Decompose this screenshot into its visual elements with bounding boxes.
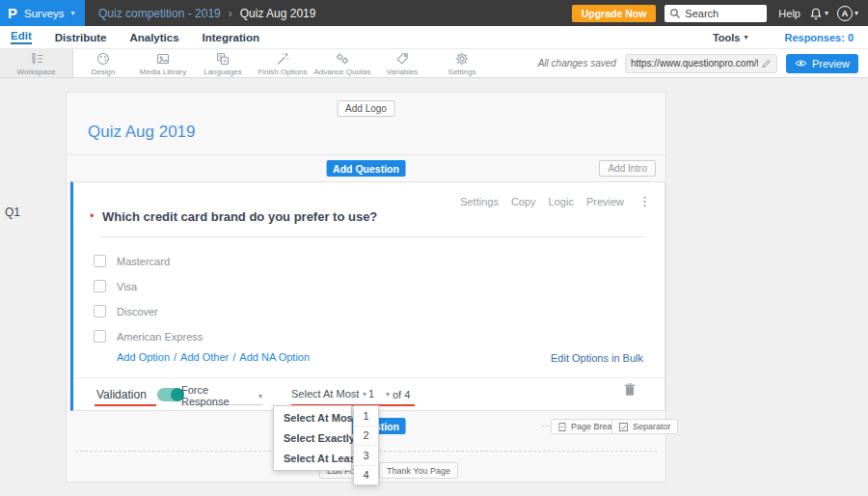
- question-logic-link[interactable]: Logic: [549, 196, 574, 207]
- add-na-option-link[interactable]: Add NA Option: [239, 351, 310, 363]
- dropdown-item-1[interactable]: 1: [354, 406, 378, 427]
- toolbar-item-media-library[interactable]: Media Library: [133, 49, 193, 77]
- help-link[interactable]: Help: [778, 8, 800, 19]
- validation-count-dropdown: 1 2 3 4: [353, 405, 379, 485]
- tab-integration[interactable]: Integration: [203, 32, 259, 43]
- add-other-link[interactable]: Add Other: [180, 351, 229, 363]
- avatar: A: [837, 6, 853, 21]
- dropdown-item-4[interactable]: 4: [354, 466, 378, 485]
- option-label[interactable]: American Express: [117, 331, 203, 343]
- answer-option-row: Mastercard: [94, 255, 170, 267]
- validation-rule-value: Select At Most: [291, 388, 359, 400]
- toolbar-item-finish-options[interactable]: Finish Options: [253, 49, 312, 77]
- option-checkbox[interactable]: [94, 330, 106, 343]
- tab-edit[interactable]: Edit: [11, 30, 32, 44]
- dropdown-item-select-at-least[interactable]: Select At Least: [274, 453, 351, 464]
- toolbar-item-label: Finish Options: [258, 68, 307, 76]
- dropdown-item-select-at-most[interactable]: Select At Most: [274, 412, 351, 424]
- divider: [67, 154, 665, 155]
- chevron-down-icon: ▾: [854, 9, 858, 17]
- toolbar-item-design[interactable]: Design: [73, 49, 133, 77]
- preview-label: Preview: [812, 58, 850, 69]
- toolbar-item-label: Languages: [203, 68, 242, 76]
- toolbar-item-advance-quotas[interactable]: Advance Quotas: [312, 49, 372, 77]
- image-icon: [155, 51, 171, 67]
- force-response-select[interactable]: Force Response ▾: [181, 387, 262, 405]
- questionpro-app: P Surveys ▾ Quiz competition - 2019 › Qu…: [0, 0, 868, 496]
- workspace-icon: [29, 51, 44, 67]
- more-options-icon[interactable]: ⋮: [638, 194, 651, 208]
- chevron-down-icon: ▾: [258, 392, 262, 400]
- option-label[interactable]: Visa: [117, 281, 137, 292]
- add-option-link[interactable]: Add Option: [117, 351, 170, 363]
- chevron-down-icon: ▾: [825, 9, 828, 17]
- questionpro-logo: P: [8, 6, 17, 20]
- link-separator: /: [174, 351, 176, 363]
- toolbar-item-label: Advance Quotas: [313, 68, 370, 76]
- question-copy-link[interactable]: Copy: [511, 196, 536, 207]
- divider: [73, 377, 665, 378]
- tab-analytics[interactable]: Analytics: [129, 32, 178, 43]
- topbar-right: Upgrade Now Help ▾ A ▾: [572, 5, 868, 22]
- breadcrumb-parent[interactable]: Quiz competition - 2019: [98, 7, 221, 20]
- toolbar-item-settings[interactable]: Settings: [432, 49, 492, 77]
- navrow-right: Tools▾ Responses: 0: [713, 32, 857, 43]
- search-input[interactable]: [685, 8, 762, 19]
- tools-label: Tools: [713, 32, 741, 43]
- brand-block[interactable]: P Surveys ▾: [0, 0, 85, 26]
- breadcrumb-current: Quiz Aug 2019: [240, 7, 316, 20]
- thank-you-page-button[interactable]: Thank You Page: [379, 462, 458, 479]
- languages-icon: A: [215, 51, 231, 67]
- account-menu[interactable]: A ▾: [837, 6, 858, 21]
- question-preview-link[interactable]: Preview: [586, 196, 624, 207]
- add-logo-button[interactable]: Add Logo: [337, 100, 395, 117]
- toolbar-item-label: Design: [92, 68, 116, 76]
- responses-count[interactable]: Responses: 0: [784, 32, 854, 43]
- add-intro-button[interactable]: Add Intro: [599, 160, 656, 177]
- notifications[interactable]: ▾: [809, 7, 828, 20]
- magic-wand-icon: [275, 51, 290, 67]
- toolbar-item-label: Media Library: [140, 68, 186, 76]
- eye-icon: [795, 57, 807, 69]
- separator-button[interactable]: Separator: [611, 419, 678, 434]
- add-question-button-top[interactable]: Add Question: [326, 160, 406, 177]
- survey-url-box[interactable]: [625, 54, 777, 73]
- dropdown-item-select-exactly[interactable]: Select Exactly: [274, 432, 351, 444]
- answer-option-row: Discover: [94, 305, 158, 317]
- dropdown-item-3[interactable]: 3: [354, 446, 378, 466]
- validation-toggle[interactable]: [157, 388, 183, 401]
- tab-distribute[interactable]: Distribute: [55, 32, 107, 43]
- search-icon: [669, 8, 681, 19]
- separator-icon: [618, 422, 629, 432]
- question-settings-link[interactable]: Settings: [460, 196, 499, 207]
- preview-button[interactable]: Preview: [786, 54, 858, 73]
- validation-rule-select[interactable]: Select At Most ▾: [291, 388, 366, 400]
- edit-options-in-bulk-link[interactable]: Edit Options in Bulk: [551, 352, 643, 364]
- chevron-down-icon: ▾: [71, 9, 75, 17]
- validation-count-select[interactable]: 1 ▾: [368, 388, 390, 400]
- toolbar-item-workspace[interactable]: Workspace: [0, 49, 73, 77]
- delete-question-button[interactable]: [623, 382, 637, 400]
- survey-url-input[interactable]: [631, 58, 758, 69]
- add-option-links: Add Option / Add Other / Add NA Option: [117, 351, 310, 363]
- question-text[interactable]: Which credit card brand do you prefer to…: [102, 209, 377, 224]
- divider: [100, 236, 645, 237]
- chevron-down-icon: ▾: [363, 390, 366, 399]
- validation-count-value: 1: [368, 388, 374, 400]
- dropdown-item-2[interactable]: 2: [354, 427, 378, 447]
- option-label[interactable]: Discover: [117, 306, 158, 317]
- pencil-icon[interactable]: [761, 58, 772, 69]
- search-box[interactable]: [665, 5, 767, 22]
- toolbar-item-languages[interactable]: A Languages: [193, 49, 253, 77]
- option-checkbox[interactable]: [94, 305, 106, 317]
- product-menu[interactable]: Surveys: [24, 8, 65, 19]
- question-id: Q1: [5, 206, 20, 219]
- toolbar-item-variables[interactable]: Variables: [372, 49, 432, 77]
- option-checkbox[interactable]: [94, 280, 106, 292]
- tools-menu[interactable]: Tools▾: [713, 32, 748, 43]
- option-checkbox[interactable]: [94, 255, 106, 267]
- breadcrumb-chevron-icon: ›: [229, 7, 232, 20]
- option-label[interactable]: Mastercard: [117, 256, 170, 267]
- survey-title[interactable]: Quiz Aug 2019: [88, 123, 196, 142]
- upgrade-now-button[interactable]: Upgrade Now: [572, 5, 657, 22]
